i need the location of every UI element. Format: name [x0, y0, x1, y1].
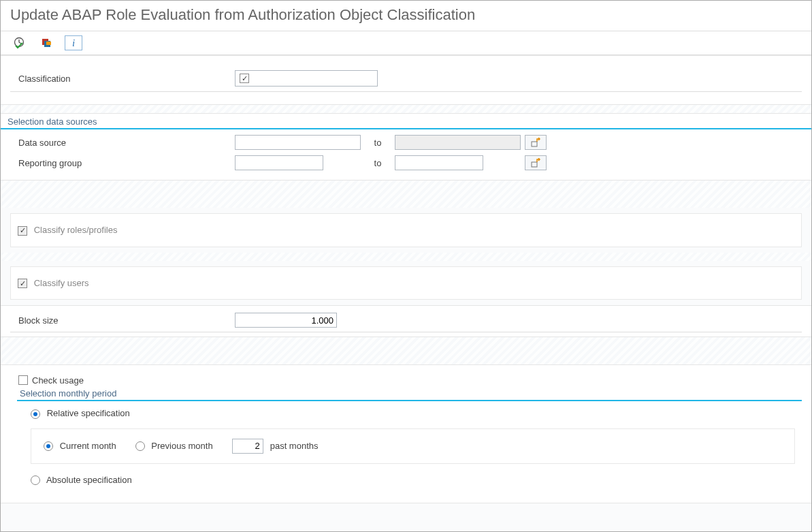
classify-roles-label: Classify roles/profiles [34, 225, 118, 235]
classify-roles-panel: Classify roles/profiles [10, 213, 802, 247]
previous-month-radio[interactable] [135, 441, 145, 451]
execute-button[interactable] [10, 35, 28, 50]
section-title-period: Selection monthly period [17, 388, 802, 401]
classification-field[interactable] [235, 70, 378, 87]
content-area: Classification Selection data sources Da… [1, 55, 811, 531]
past-months-label: past months [270, 441, 319, 451]
data-source-from-input[interactable] [235, 135, 361, 150]
reporting-group-multiselect-button[interactable] [525, 155, 547, 170]
reporting-group-label: Reporting group [10, 158, 235, 168]
previous-month-label: Previous month [151, 441, 212, 451]
main-window: Update ABAP Role Evaluation from Authori… [0, 0, 812, 532]
section-title-sources: Selection data sources [1, 116, 811, 129]
clock-check-icon [13, 37, 25, 49]
absolute-spec-label: Absolute specification [46, 475, 132, 485]
classify-users-panel: Classify users [10, 266, 802, 300]
page-title: Update ABAP Role Evaluation from Authori… [1, 1, 811, 31]
reporting-group-to-input[interactable] [395, 155, 483, 170]
block-size-label: Block size [10, 315, 235, 326]
past-months-input[interactable] [232, 439, 263, 454]
absolute-spec-radio[interactable] [31, 475, 40, 485]
block-size-input[interactable] [235, 313, 337, 328]
folder-color-icon [40, 37, 52, 49]
data-source-label: Data source [10, 138, 235, 148]
multiselect-icon [531, 138, 540, 147]
data-source-multiselect-button[interactable] [525, 135, 547, 150]
reporting-group-from-input[interactable] [235, 155, 323, 170]
classification-check-icon [240, 74, 249, 83]
to-label-2: to [361, 158, 395, 168]
multiselect-icon [531, 158, 540, 168]
to-label: to [361, 138, 395, 148]
variant-button[interactable] [37, 35, 55, 50]
classify-users-checkbox [18, 279, 27, 288]
svg-rect-4 [532, 142, 537, 146]
svg-rect-3 [46, 42, 51, 45]
classify-roles-checkbox [18, 226, 27, 236]
current-month-radio[interactable] [44, 441, 53, 451]
classify-users-label: Classify users [34, 278, 89, 288]
classification-label: Classification [10, 74, 235, 84]
relative-spec-label: Relative specification [47, 408, 130, 418]
relative-spec-radio[interactable] [31, 409, 40, 419]
info-icon: i [72, 37, 75, 49]
check-usage-label: Check usage [32, 375, 84, 386]
relative-spec-panel: Current month Previous month past months [31, 428, 795, 464]
svg-rect-5 [532, 162, 537, 167]
info-button[interactable]: i [65, 35, 82, 50]
current-month-label: Current month [60, 441, 116, 451]
data-source-to-input[interactable] [395, 135, 521, 150]
toolbar: i [1, 31, 811, 55]
check-usage-checkbox[interactable] [18, 375, 28, 385]
